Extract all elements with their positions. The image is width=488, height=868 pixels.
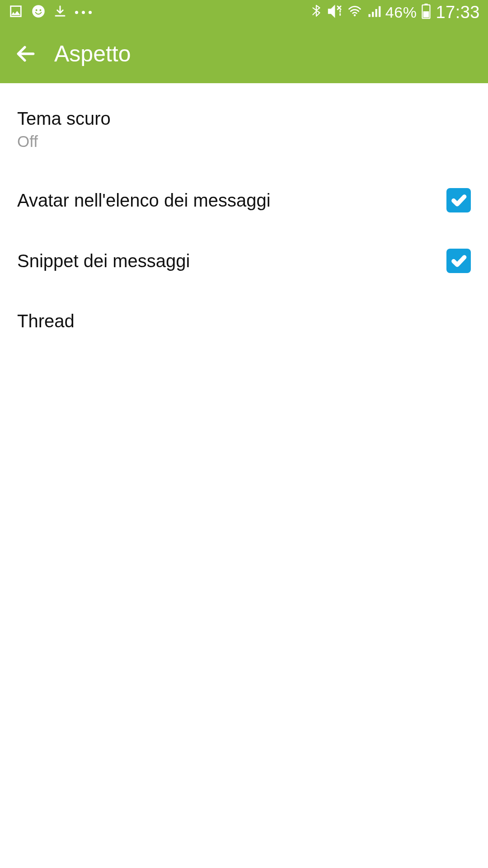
app-header: Aspetto	[0, 24, 488, 83]
svg-point-2	[39, 9, 41, 11]
battery-icon	[421, 4, 431, 21]
check-icon	[450, 192, 467, 209]
page-title: Aspetto	[54, 42, 131, 65]
setting-text: Tema scuro Off	[17, 107, 111, 152]
setting-dark-theme[interactable]: Tema scuro Off	[0, 89, 488, 170]
setting-title: Thread	[17, 309, 75, 333]
smiley-icon	[32, 5, 45, 20]
setting-avatar-in-list[interactable]: Avatar nell'elenco dei messaggi	[0, 170, 488, 231]
svg-rect-10	[423, 11, 429, 17]
setting-thread[interactable]: Thread	[0, 291, 488, 351]
setting-title: Tema scuro	[17, 107, 111, 130]
check-icon	[450, 252, 467, 269]
checkbox-snippet[interactable]	[446, 249, 471, 273]
svg-rect-5	[372, 12, 374, 17]
image-icon	[8, 4, 23, 21]
svg-point-0	[32, 5, 45, 18]
mute-vibrate-icon	[327, 4, 342, 21]
setting-subtitle: Off	[17, 131, 111, 152]
svg-point-1	[36, 9, 38, 11]
checkbox-avatar[interactable]	[446, 188, 471, 212]
back-button[interactable]	[14, 42, 37, 65]
setting-title: Snippet dei messaggi	[17, 249, 190, 273]
signal-icon	[367, 5, 381, 20]
settings-list: Tema scuro Off Avatar nell'elenco dei me…	[0, 83, 488, 351]
more-dots-icon	[75, 11, 92, 14]
svg-rect-9	[425, 4, 428, 5]
clock: 17:33	[436, 3, 480, 22]
svg-rect-7	[379, 6, 380, 17]
setting-title: Avatar nell'elenco dei messaggi	[17, 189, 271, 212]
status-left	[8, 4, 92, 21]
setting-text: Avatar nell'elenco dei messaggi	[17, 189, 271, 212]
bluetooth-icon	[310, 4, 322, 21]
battery-percent: 46%	[385, 4, 417, 21]
wifi-icon	[347, 5, 363, 20]
setting-text: Snippet dei messaggi	[17, 249, 190, 273]
svg-rect-4	[368, 14, 370, 17]
arrow-left-icon	[14, 42, 37, 65]
download-icon	[53, 5, 67, 20]
status-right: 46% 17:33	[310, 3, 480, 22]
setting-message-snippet[interactable]: Snippet dei messaggi	[0, 231, 488, 291]
status-bar: 46% 17:33	[0, 0, 488, 24]
svg-rect-6	[375, 9, 377, 17]
svg-point-3	[354, 14, 356, 17]
setting-text: Thread	[17, 309, 75, 333]
